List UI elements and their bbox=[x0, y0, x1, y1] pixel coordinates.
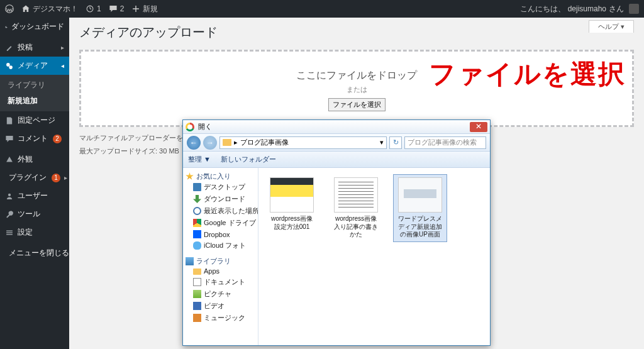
svg-rect-5 bbox=[6, 232, 13, 233]
menu-media[interactable]: メディア◂ bbox=[0, 57, 69, 75]
svg-point-3 bbox=[8, 193, 11, 196]
side-gdrive[interactable]: Google ドライブ bbox=[186, 217, 255, 229]
updates-count[interactable]: 1 bbox=[86, 4, 101, 13]
side-videos[interactable]: ビデオ bbox=[186, 300, 255, 312]
wp-logo[interactable] bbox=[5, 4, 14, 13]
menu-tools[interactable]: ツール bbox=[0, 205, 69, 223]
organize-button[interactable]: 整理 ▼ bbox=[188, 155, 211, 164]
nav-forward-button[interactable]: → bbox=[203, 136, 217, 150]
dialog-nav: ← → ▸ ブログ記事画像 ▾ ↻ ブログ記事画像の検索 bbox=[183, 134, 490, 152]
file-thumbnail bbox=[398, 177, 442, 213]
side-icloud[interactable]: iCloud フォト bbox=[186, 240, 255, 252]
file-name: ワードプレスメディア新規追加の画像UP画面 bbox=[396, 215, 444, 239]
favorites-group[interactable]: お気に入り bbox=[186, 172, 255, 181]
avatar-icon bbox=[629, 4, 639, 14]
menu-collapse[interactable]: メニューを閉じる bbox=[0, 244, 69, 262]
file-thumbnail bbox=[334, 177, 378, 213]
folder-icon bbox=[193, 269, 201, 275]
music-icon bbox=[193, 314, 201, 322]
menu-media-submenu: ライブラリ 新規追加 bbox=[0, 75, 69, 111]
page-title: メディアのアップロード bbox=[79, 18, 634, 50]
dialog-titlebar[interactable]: 開く ✕ bbox=[183, 120, 490, 134]
comments-badge: 2 bbox=[53, 135, 62, 143]
svg-rect-6 bbox=[6, 234, 13, 235]
folder-name: ブログ記事画像 bbox=[240, 138, 289, 147]
gdrive-icon bbox=[193, 219, 201, 227]
file-list: wordpress画像設定方法001 wordpress画像入り記事の書きかた … bbox=[258, 168, 490, 345]
chrome-icon bbox=[186, 123, 194, 131]
upload-dropzone[interactable]: ここにファイルをドロップ または ファイルを選択 ファイルを選択 bbox=[79, 50, 634, 127]
new-folder-button[interactable]: 新しいフォルダー bbox=[221, 155, 276, 164]
file-item[interactable]: wordpress画像設定方法001 bbox=[265, 174, 319, 234]
greeting[interactable]: こんにちは、dejisumaho さん bbox=[520, 4, 639, 14]
menu-pages[interactable]: 固定ページ bbox=[0, 111, 69, 130]
dropbox-icon bbox=[193, 230, 201, 238]
plugins-badge: 1 bbox=[52, 174, 60, 182]
side-music[interactable]: ミュージック bbox=[186, 312, 255, 324]
refresh-button[interactable]: ↻ bbox=[389, 136, 402, 149]
new-content[interactable]: 新規 bbox=[131, 4, 158, 14]
menu-dashboard[interactable]: ダッシュボード bbox=[0, 18, 69, 36]
library-icon bbox=[186, 257, 194, 265]
menu-comments[interactable]: コメント2 bbox=[0, 130, 69, 148]
side-downloads[interactable]: ダウンロード bbox=[186, 193, 255, 205]
search-input[interactable]: ブログ記事画像の検索 bbox=[404, 136, 486, 149]
or-label: または bbox=[81, 85, 632, 94]
video-icon bbox=[193, 302, 201, 310]
path-dropdown-icon[interactable]: ▾ bbox=[380, 138, 384, 147]
side-apps[interactable]: Apps bbox=[186, 266, 255, 276]
side-dropbox[interactable]: Dropbox bbox=[186, 229, 255, 240]
dialog-toolbar: 整理 ▼ 新しいフォルダー bbox=[183, 152, 490, 168]
nav-back-button[interactable]: ← bbox=[187, 136, 201, 150]
side-documents[interactable]: ドキュメント bbox=[186, 276, 255, 288]
menu-users[interactable]: ユーザー bbox=[0, 187, 69, 205]
file-open-dialog: 開く ✕ ← → ▸ ブログ記事画像 ▾ ↻ ブログ記事画像の検索 整理 ▼ 新… bbox=[182, 119, 491, 346]
site-name[interactable]: デジスマホ！ bbox=[21, 4, 78, 14]
wp-admin-sidebar: ダッシュボード 投稿▸ メディア◂ ライブラリ 新規追加 固定ページ コメント2… bbox=[0, 18, 69, 349]
side-pictures[interactable]: ピクチャ bbox=[186, 288, 255, 300]
submenu-add-new[interactable]: 新規追加 bbox=[0, 93, 69, 109]
file-name: wordpress画像設定方法001 bbox=[268, 215, 316, 231]
file-name: wordpress画像入り記事の書きかた bbox=[332, 215, 380, 239]
download-icon bbox=[193, 195, 201, 203]
file-thumbnail bbox=[270, 177, 314, 213]
star-icon bbox=[186, 172, 194, 180]
desktop-icon bbox=[193, 183, 201, 191]
submenu-library[interactable]: ライブラリ bbox=[0, 77, 69, 93]
side-recent[interactable]: 最近表示した場所 bbox=[186, 205, 255, 217]
picture-icon bbox=[193, 290, 201, 298]
menu-posts[interactable]: 投稿▸ bbox=[0, 38, 69, 57]
clock-icon bbox=[193, 207, 201, 215]
file-item[interactable]: wordpress画像入り記事の書きかた bbox=[329, 174, 383, 242]
dialog-title: 開く bbox=[198, 122, 212, 131]
help-tab[interactable]: ヘルプ ▾ bbox=[589, 20, 634, 33]
folder-icon bbox=[223, 139, 231, 146]
icloud-icon bbox=[193, 241, 201, 250]
comments-count[interactable]: 2 bbox=[109, 4, 125, 13]
drop-label: ここにファイルをドロップ bbox=[81, 69, 632, 82]
file-item-selected[interactable]: ワードプレスメディア新規追加の画像UP画面 bbox=[393, 174, 447, 242]
select-file-button[interactable]: ファイルを選択 bbox=[328, 98, 386, 111]
dialog-sidebar: お気に入り デスクトップ ダウンロード 最近表示した場所 Google ドライブ… bbox=[183, 168, 258, 345]
svg-point-2 bbox=[9, 65, 13, 69]
close-button[interactable]: ✕ bbox=[470, 122, 487, 132]
svg-rect-4 bbox=[6, 230, 13, 231]
library-group[interactable]: ライブラリ bbox=[186, 257, 255, 266]
menu-settings[interactable]: 設定 bbox=[0, 223, 69, 241]
breadcrumb-path[interactable]: ▸ ブログ記事画像 ▾ bbox=[219, 136, 387, 149]
menu-appearance[interactable]: 外観 bbox=[0, 150, 69, 169]
menu-plugins[interactable]: プラグイン1▸ bbox=[0, 169, 69, 187]
wp-admin-bar: デジスマホ！ 1 2 新規 こんにちは、dejisumaho さん bbox=[0, 0, 644, 18]
svg-point-1 bbox=[6, 63, 10, 67]
side-desktop[interactable]: デスクトップ bbox=[186, 181, 255, 193]
document-icon bbox=[193, 278, 201, 286]
